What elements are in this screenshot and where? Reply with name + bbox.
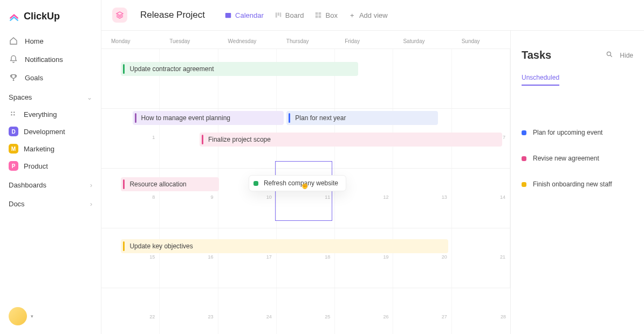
home-icon — [9, 36, 18, 46]
svg-rect-6 — [278, 12, 279, 16]
day-cell[interactable]: 19 — [335, 228, 393, 288]
calendar-grid[interactable]: Monday Tuesday Wednesday Thursday Friday… — [101, 31, 510, 334]
task-label: Finish onboarding new staff — [533, 180, 612, 188]
nav-home[interactable]: Home — [0, 32, 101, 50]
weekday-label: Wednesday — [218, 31, 277, 48]
view-label: Add view — [359, 11, 388, 19]
view-label: Board — [285, 11, 304, 19]
event-manage-planning[interactable]: How to manage event planning — [133, 111, 284, 125]
docs-header[interactable]: Docs › — [0, 193, 101, 212]
section-label: Spaces — [9, 93, 32, 101]
svg-point-12 — [607, 52, 611, 55]
day-cell[interactable]: 22 — [101, 288, 160, 334]
svg-rect-8 — [316, 12, 318, 15]
day-number: 23 — [208, 314, 214, 319]
space-label: Product — [24, 162, 48, 170]
event-label: Plan for next year — [295, 114, 346, 122]
box-icon — [314, 11, 322, 19]
dashboards-header[interactable]: Dashboards › — [0, 175, 101, 193]
logo-icon — [9, 11, 19, 22]
chevron-right-icon: › — [90, 182, 92, 189]
task-item[interactable]: Finish onboarding new staff — [522, 180, 633, 188]
day-number: 16 — [208, 254, 214, 260]
day-number: 9 — [211, 194, 214, 200]
day-number: 8 — [152, 194, 155, 200]
add-view[interactable]: + Add view — [348, 11, 388, 19]
day-cell[interactable]: 27 — [393, 288, 451, 334]
task-color-dot — [522, 182, 526, 187]
event-label: How to manage event planning — [141, 114, 230, 122]
weekday-label: Monday — [101, 31, 160, 48]
space-marketing[interactable]: M Marketing — [0, 140, 101, 157]
day-cell[interactable] — [277, 49, 335, 108]
weekday-label: Saturday — [393, 31, 451, 48]
section-label: Dashboards — [9, 181, 46, 189]
day-cell[interactable] — [218, 49, 277, 108]
day-cell[interactable] — [393, 49, 451, 108]
user-avatar[interactable] — [9, 307, 27, 325]
task-item[interactable]: Revise new agreement — [522, 155, 633, 162]
day-cell[interactable]: 13 — [393, 169, 451, 228]
day-cell[interactable]: 15 — [101, 228, 160, 288]
view-box[interactable]: Box — [314, 11, 337, 19]
day-cell[interactable]: 26 — [335, 288, 393, 334]
view-board[interactable]: Board — [275, 11, 304, 19]
spaces-header[interactable]: Spaces ⌄ — [0, 87, 101, 106]
task-item[interactable]: Plan for upcoming event — [522, 129, 633, 136]
views-tabs: Calendar Board Box + Add view — [224, 11, 388, 19]
day-number: 15 — [149, 254, 155, 260]
day-cell[interactable] — [101, 49, 160, 108]
space-everything[interactable]: Everything — [0, 106, 101, 123]
space-label: Development — [24, 128, 65, 136]
logo[interactable]: ClickUp — [0, 8, 101, 32]
tab-unscheduled[interactable]: Unscheduled — [522, 74, 559, 86]
svg-point-0 — [11, 112, 12, 113]
day-cell[interactable]: 20 — [393, 228, 451, 288]
day-number: 22 — [149, 314, 155, 319]
weekday-label: Friday — [335, 31, 393, 48]
dragging-task-card[interactable]: Refresh company website — [249, 175, 346, 191]
event-update-contractor[interactable]: Update contractor agreement — [121, 62, 358, 76]
view-label: Calendar — [235, 11, 264, 19]
weekday-label: Sunday — [452, 31, 510, 48]
space-badge: M — [9, 144, 18, 154]
view-calendar[interactable]: Calendar — [224, 11, 264, 19]
grid-icon — [9, 109, 18, 119]
space-development[interactable]: D Development — [0, 123, 101, 140]
day-cell[interactable]: 24 — [218, 288, 277, 334]
event-label: Resource allocation — [129, 180, 186, 188]
day-cell[interactable]: 21 — [452, 228, 510, 288]
dragging-task-label: Refresh company website — [264, 179, 338, 187]
event-plan-next-year[interactable]: Plan for next year — [286, 111, 437, 125]
space-product[interactable]: P Product — [0, 157, 101, 175]
tasks-title: Tasks — [522, 49, 551, 61]
view-label: Box — [325, 11, 337, 19]
nav-notifications[interactable]: Notifications — [0, 50, 101, 68]
bell-icon — [9, 54, 18, 64]
task-label: Revise new agreement — [533, 155, 599, 162]
event-finalize-scope[interactable]: Finalize project scope — [200, 133, 502, 147]
event-update-objectives[interactable]: Update key objectives — [121, 239, 448, 253]
nav-goals[interactable]: Goals — [0, 68, 101, 87]
svg-rect-5 — [276, 12, 277, 17]
day-number: 21 — [500, 254, 505, 260]
day-cell[interactable] — [160, 49, 218, 108]
day-cell[interactable]: 17 — [218, 228, 277, 288]
svg-point-1 — [13, 112, 15, 113]
day-cell[interactable] — [452, 49, 510, 108]
event-resource-allocation[interactable]: Resource allocation — [121, 177, 219, 191]
day-cell[interactable]: 14 — [452, 169, 510, 228]
hide-button[interactable]: Hide — [620, 52, 633, 59]
day-cell[interactable]: 25 — [277, 288, 335, 334]
day-cell[interactable]: 28 — [452, 288, 510, 334]
event-label: Update contractor agreement — [129, 65, 214, 73]
day-cell[interactable]: 18 — [277, 228, 335, 288]
day-cell[interactable]: 23 — [160, 288, 218, 334]
svg-rect-7 — [280, 12, 281, 17]
search-icon[interactable] — [606, 51, 613, 60]
svg-point-3 — [13, 114, 15, 115]
svg-rect-4 — [225, 13, 231, 18]
day-cell[interactable]: 16 — [160, 228, 218, 288]
task-label: Plan for upcoming event — [533, 129, 602, 136]
day-cell[interactable] — [335, 49, 393, 108]
